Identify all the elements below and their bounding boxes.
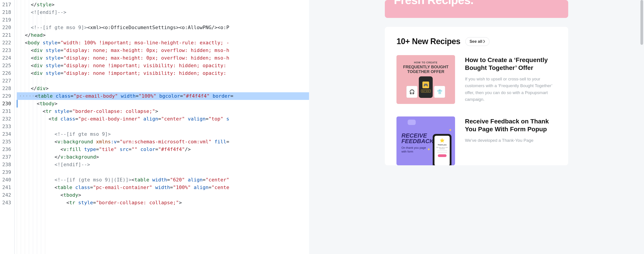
line-number: 235 — [2, 138, 11, 146]
sparkle-icon: ✦ — [448, 128, 452, 133]
code-line[interactable]: <v:background xmlns:v="urn:schemas-micro… — [17, 138, 309, 146]
code-line[interactable]: <td class="pc-email-body-inner" align="c… — [17, 115, 309, 123]
line-number: 225 — [2, 62, 11, 69]
code-line[interactable]: <div style="display: none !important; vi… — [17, 62, 309, 69]
line-number: 229 — [2, 92, 11, 100]
phone-graphic: ⭐ Thank you We care about your feedback — [433, 134, 452, 165]
code-line[interactable]: <![endif]--> — [17, 9, 309, 16]
tshirt-icon: 👕 — [434, 86, 445, 98]
article-item[interactable]: HOW TO CREATE FREQUENTLY BOUGHT TOGETHER… — [396, 55, 556, 104]
line-number: 233 — [2, 123, 11, 130]
code-line[interactable] — [17, 123, 309, 130]
code-line[interactable]: <![endif]--> — [17, 161, 309, 168]
line-number-gutter: 2172182192202212222232242252262272282292… — [0, 0, 14, 254]
see-all-button[interactable]: See all — [465, 37, 490, 46]
sparkle-icon: ✦ — [427, 147, 430, 152]
code-line[interactable]: <tr style="border-collapse: collapse;"> — [17, 107, 309, 115]
code-line[interactable]: <tbody> — [17, 191, 309, 199]
article-thumbnail: RECEIVE FEEDBACK On thank you page with … — [396, 116, 455, 165]
code-line[interactable]: <tbody> — [17, 100, 309, 107]
code-line[interactable]: </style> — [17, 1, 309, 9]
article-description: If you wish to upsell or cross-sell to y… — [465, 76, 556, 103]
article-thumbnail: HOW TO CREATE FREQUENTLY BOUGHT TOGETHER… — [396, 55, 455, 104]
line-number: 220 — [2, 24, 11, 31]
line-number: 237 — [2, 153, 11, 161]
line-number: 230 — [2, 100, 11, 107]
article-description: We've developed a Thank-You Page — [465, 137, 556, 144]
line-number: 218 — [2, 9, 11, 16]
thumb-overline: HOW TO CREATE — [414, 61, 438, 64]
line-number: 232 — [2, 115, 11, 123]
line-number: 243 — [2, 199, 11, 206]
screen-title: Thank you — [438, 144, 446, 146]
hero-text: Fresh Recipes. — [394, 0, 474, 6]
line-number: 240 — [2, 176, 11, 184]
phone-graphic: 🎮 BUY NOW — [419, 76, 433, 98]
line-number: 223 — [2, 47, 11, 54]
code-line[interactable]: <table class="pc-email-body" width="100%… — [17, 92, 309, 100]
article-title: Receive Feedback on Thank You Page With … — [465, 117, 556, 133]
buy-now-label: BUY NOW — [421, 90, 431, 92]
code-line[interactable]: </v:background> — [17, 153, 309, 161]
code-line[interactable]: </div> — [17, 85, 309, 92]
hero-banner: Fresh Recipes. — [385, 0, 568, 18]
code-line[interactable]: <!--[if (gte mso 9)|(IE)]><table width="… — [17, 176, 309, 184]
line-number: 241 — [2, 184, 11, 191]
code-area[interactable]: </style> <![endif]--> <!--[if gte mso 9]… — [14, 0, 309, 254]
line-number: 239 — [2, 168, 11, 176]
code-line[interactable]: </head> — [17, 31, 309, 39]
code-line[interactable]: <table class="pc-email-container" width=… — [17, 184, 309, 191]
line-number: 231 — [2, 107, 11, 115]
code-line[interactable] — [17, 168, 309, 176]
code-line[interactable]: <!--[if gte mso 9]><xml><o:OfficeDocumen… — [17, 24, 309, 31]
code-editor-pane: 2172182192202212222232242252262272282292… — [0, 0, 309, 254]
code-line[interactable] — [17, 16, 309, 24]
code-line[interactable]: <div style="display: none !important; vi… — [17, 69, 309, 77]
code-line[interactable] — [17, 77, 309, 85]
line-number: 228 — [2, 85, 11, 92]
line-number: 234 — [2, 130, 11, 138]
line-number: 221 — [2, 31, 11, 39]
code-line[interactable]: <div style="display: none; max-height: 0… — [17, 47, 309, 54]
thumb-headline: FREQUENTLY BOUGHT TOGETHER OFFER — [396, 65, 455, 74]
line-number: 219 — [2, 16, 11, 24]
content-card: 10+ New Recipes See all HOW TO CREATE FR… — [385, 27, 568, 165]
email-preview-pane: Fresh Recipes. 10+ New Recipes See all H… — [309, 0, 644, 254]
line-number: 226 — [2, 69, 11, 77]
code-line[interactable]: <!--[if gte mso 9]> — [17, 130, 309, 138]
star-icon: ⭐ — [440, 138, 444, 143]
line-number: 236 — [2, 146, 11, 153]
code-line[interactable]: <body style="width: 100% !important; mso… — [17, 39, 309, 47]
code-line[interactable]: <div style="display: none; max-height: 0… — [17, 54, 309, 62]
code-line[interactable]: <tr style="border-collapse: collapse;"> — [17, 199, 309, 206]
screen-sub: We care about your feedback — [436, 147, 448, 149]
line-number: 242 — [2, 191, 11, 199]
article-title: How to Create a ‘Frequently Bought Toget… — [465, 56, 556, 72]
speech-bubble-icon — [408, 119, 416, 125]
line-number: 238 — [2, 161, 11, 168]
scrollbar-thumb[interactable] — [640, 0, 643, 45]
chevron-right-icon — [483, 40, 485, 43]
article-item[interactable]: RECEIVE FEEDBACK On thank you page with … — [396, 116, 556, 165]
gamepad-icon: 🎮 — [422, 81, 429, 88]
line-number: 227 — [2, 77, 11, 85]
line-number: 224 — [2, 54, 11, 62]
see-all-label: See all — [470, 39, 482, 44]
line-number: 222 — [2, 39, 11, 47]
scrollbar[interactable] — [640, 0, 643, 254]
line-number: 217 — [2, 1, 11, 9]
thumb-sub: On thank you page with form — [402, 146, 426, 154]
card-title: 10+ New Recipes — [396, 37, 460, 46]
code-line[interactable]: <v:fill type="tile" src="" color="#f4f4f… — [17, 146, 309, 153]
headphones-icon: 🎧 — [406, 86, 418, 98]
